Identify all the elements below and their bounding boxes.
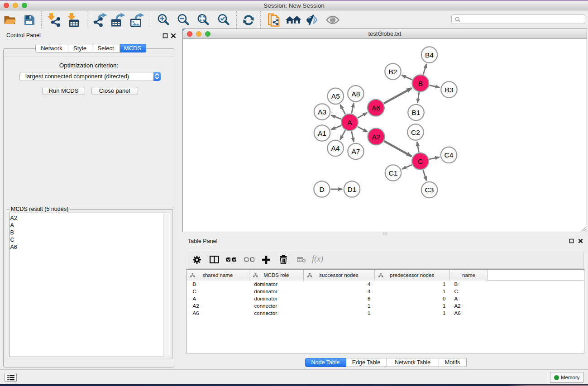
svg-text:A2: A2 (372, 133, 381, 140)
svg-text:A5: A5 (331, 92, 340, 100)
svg-text:B4: B4 (425, 51, 434, 58)
svg-text:A1: A1 (318, 129, 326, 137)
svg-text:C4: C4 (445, 151, 454, 159)
svg-text:A: A (347, 118, 352, 126)
svg-text:C: C (418, 157, 423, 165)
svg-text:A4: A4 (331, 144, 340, 152)
svg-text:B3: B3 (445, 86, 454, 93)
svg-text:B1: B1 (412, 109, 421, 116)
svg-text:A3: A3 (318, 108, 326, 115)
svg-text:C3: C3 (425, 186, 434, 194)
svg-text:B2: B2 (389, 67, 397, 75)
svg-text:D1: D1 (348, 185, 357, 193)
svg-text:B: B (418, 79, 423, 87)
svg-text:A8: A8 (351, 90, 360, 97)
svg-text:C2: C2 (411, 128, 420, 136)
svg-text:C1: C1 (389, 169, 398, 176)
svg-text:A6: A6 (372, 104, 380, 111)
svg-text:A7: A7 (352, 148, 360, 155)
svg-text:D: D (319, 185, 324, 193)
